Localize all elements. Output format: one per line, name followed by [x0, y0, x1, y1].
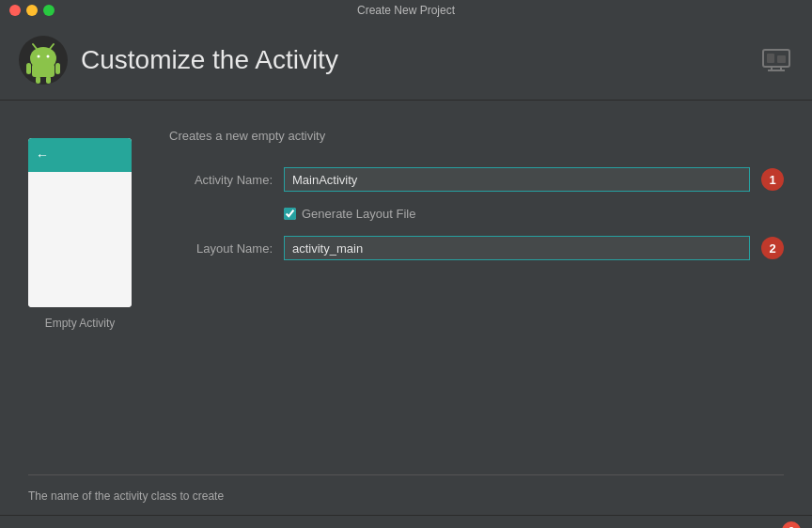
window-controls	[9, 5, 55, 16]
phone-preview: ←	[28, 138, 132, 307]
minimize-button[interactable]	[26, 5, 38, 16]
badge-1: 1	[761, 168, 784, 191]
svg-rect-9	[36, 76, 40, 84]
generate-layout-row: Generate Layout File	[284, 207, 784, 221]
page-title: Customize the Activity	[81, 45, 338, 75]
preview-label: Empty Activity	[45, 317, 116, 330]
svg-rect-8	[55, 63, 60, 74]
title-bar: Create New Project	[0, 0, 812, 21]
layout-name-label: Layout Name:	[169, 241, 273, 256]
svg-rect-6	[32, 64, 55, 77]
form-panel: Creates a new empty activity Activity Na…	[169, 129, 784, 456]
svg-rect-15	[767, 54, 774, 63]
badge-3: 3	[782, 521, 801, 529]
layout-name-input[interactable]	[284, 236, 750, 260]
android-logo-icon	[19, 36, 68, 85]
generate-layout-label: Generate Layout File	[302, 207, 415, 221]
close-button[interactable]	[9, 5, 21, 16]
activity-name-row: Activity Name: 1	[169, 167, 784, 192]
generate-layout-checkbox[interactable]	[284, 208, 296, 220]
window-title: Create New Project	[357, 4, 455, 17]
main-content: ← Empty Activity Creates a new empty act…	[0, 101, 812, 474]
header: Customize the Activity	[0, 21, 812, 101]
layout-name-row: Layout Name: 2	[169, 236, 784, 260]
svg-rect-7	[26, 63, 31, 74]
hint-text: The name of the activity class to create	[28, 489, 224, 503]
badge-2: 2	[761, 237, 784, 259]
back-arrow-icon: ←	[36, 148, 49, 163]
phone-top-bar: ←	[28, 138, 132, 172]
svg-point-5	[47, 55, 50, 58]
footer: Cancel Previous Next Finish 3	[0, 515, 812, 528]
maximize-button[interactable]	[43, 5, 55, 16]
activity-name-label: Activity Name:	[169, 173, 273, 187]
form-description: Creates a new empty activity	[169, 129, 784, 143]
preview-panel: ← Empty Activity	[28, 129, 132, 456]
svg-rect-16	[777, 55, 786, 63]
svg-rect-10	[46, 76, 51, 84]
monitor-icon	[759, 47, 793, 73]
hint-area: The name of the activity class to create	[28, 474, 784, 515]
phone-content	[28, 172, 132, 307]
svg-point-4	[38, 55, 40, 58]
header-left: Customize the Activity	[19, 36, 338, 85]
activity-name-input[interactable]	[284, 167, 750, 192]
